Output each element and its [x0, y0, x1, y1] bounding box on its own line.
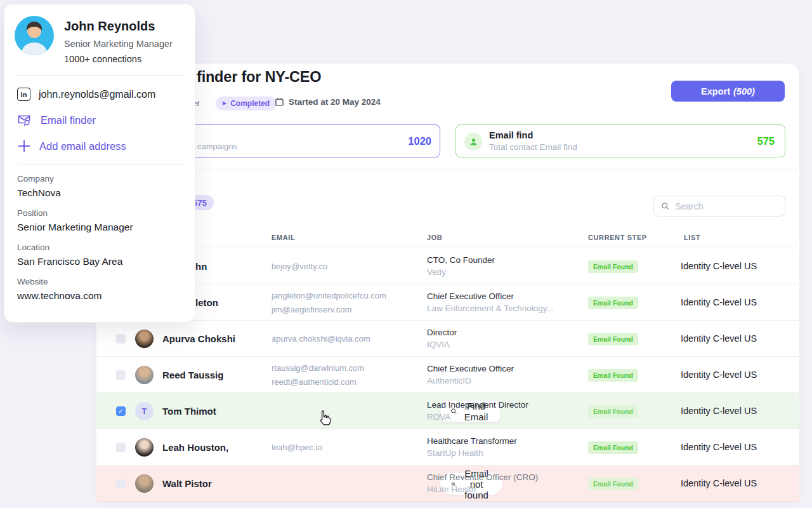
job-cell: Chief Revenue Officer (CRO) HiLite Healt…	[427, 465, 582, 501]
current-step-badge: Email Found	[588, 478, 638, 490]
company-value: TechNova	[17, 187, 185, 199]
current-step-badge: Email Found	[588, 333, 638, 345]
job-title: Director	[427, 328, 582, 337]
job-title: Chief Executive Officer	[427, 364, 582, 373]
avatar	[135, 438, 154, 457]
list-name: Identity C-level US	[681, 465, 757, 501]
table-row[interactable]: Reed Taussig rtaussig@darwinium.comreedt…	[96, 357, 799, 393]
current-step-badge: Email Found	[588, 297, 638, 309]
table-row[interactable]: ✓ T Tom Thimot Find Email	[96, 393, 799, 429]
list-name: Identity C-level US	[681, 284, 757, 320]
email-cell: Email not found	[272, 465, 421, 501]
avatar	[135, 330, 154, 348]
contact-email: rtaussig@darwinium.com	[272, 363, 421, 373]
profile-email: john.reynolds@gmail.com	[39, 89, 155, 100]
company-label: Company	[17, 174, 185, 184]
location-label: Location	[17, 243, 185, 252]
table-row[interactable]: leton jangleton@unitedpolicefcu.comjim@a…	[96, 284, 799, 321]
column-header-job: JOB	[427, 234, 442, 241]
table-row[interactable]: Apurva Chokshi apurva.chokshi@iqvia.com	[96, 321, 799, 357]
current-step-badge: Email Found	[588, 405, 638, 418]
list-name: Identity C-level US	[681, 393, 757, 429]
current-step-badge: Email Found	[588, 369, 638, 382]
search-box	[653, 196, 785, 217]
list-name: Identity C-level US	[681, 321, 757, 356]
contact-email: leah@hpec.io	[272, 443, 421, 452]
current-step-badge: Email Found	[588, 441, 638, 454]
row-checkbox[interactable]: ✓	[116, 406, 126, 416]
person-icon	[464, 133, 482, 150]
search-input[interactable]	[675, 201, 778, 211]
row-checkbox[interactable]	[116, 334, 126, 344]
email-finder-action[interactable]: Email finder	[17, 113, 185, 127]
page-title: finder for NY-CEO	[197, 69, 321, 86]
email-cell: rtaussig@darwinium.comreedt@authenticid.…	[272, 357, 421, 392]
status-badge-label: Completed	[230, 99, 270, 108]
row-checkbox[interactable]	[116, 443, 126, 452]
job-title: CTO, Co Founder	[427, 255, 582, 265]
export-count: (500)	[733, 86, 755, 97]
column-header-list: LIST	[684, 234, 700, 241]
contact-email: jangleton@unitedpolicefcu.com	[272, 291, 421, 300]
email-finder-label: Email finder	[41, 114, 96, 126]
job-company: Law Enforcement & Technology...	[427, 304, 582, 313]
started-date-label: Started at 20 May 2024	[289, 97, 381, 107]
email-find-subtitle: Total contact Email find	[489, 142, 577, 152]
job-title: Lead Independent Director	[427, 400, 582, 410]
table-row[interactable]: Walt Pistor Email not found Chie	[96, 465, 799, 502]
divider	[17, 75, 185, 76]
profile-popup: John Reynolds Senior Marketing Manager 1…	[4, 4, 195, 323]
email-cell: leah@hpec.io	[272, 429, 421, 465]
position-label: Position	[17, 208, 185, 218]
profile-name: John Reynolds	[64, 19, 173, 34]
avatar: T	[135, 402, 154, 420]
export-button[interactable]: Export (500)	[671, 81, 785, 102]
profile-avatar	[15, 16, 54, 55]
job-cell: Chief Executive Officer AuthenticID	[427, 357, 582, 392]
job-company: AuthenticID	[427, 376, 582, 385]
job-company: StartUp Health	[427, 448, 582, 458]
job-title: Chief Executive Officer	[427, 291, 582, 301]
contact-name: Apurva Chokshi	[162, 321, 235, 356]
avatar	[135, 366, 154, 384]
job-cell: CTO, Co Founder Vetty	[427, 248, 582, 284]
email-find-stat-card: Email find Total contact Email find 575	[455, 124, 785, 157]
campaigns-label-fragment: campaigns	[197, 142, 237, 151]
export-label: Export	[701, 86, 730, 97]
website-label: Website	[17, 277, 185, 286]
table-row[interactable]: hn bejoy@vetty.co CTO, Co Founde	[96, 248, 799, 284]
email-cell: bejoy@vetty.co	[272, 248, 421, 284]
table-header: EMAIL JOB CURRENT STEP LIST	[96, 229, 799, 248]
contact-name: Tom Thimot	[162, 393, 216, 429]
location-value: San Francisco Bay Area	[17, 256, 185, 267]
row-checkbox[interactable]	[116, 370, 126, 380]
profile-title: Senior Marketing Manager	[64, 39, 173, 49]
add-email-action[interactable]: Add email address	[17, 139, 185, 153]
email-finder-icon	[17, 113, 32, 127]
list-name: Identity C-level US	[681, 429, 757, 465]
job-company: HiLite Health	[427, 485, 582, 494]
email-cell: Find Email	[272, 393, 421, 429]
started-date: Started at 20 May 2024	[275, 97, 381, 107]
linkedin-icon[interactable]: in	[17, 88, 30, 101]
avatar	[135, 474, 154, 493]
website-value[interactable]: www.technova.com	[17, 290, 185, 302]
table-body: hn bejoy@vetty.co CTO, Co Founde	[96, 248, 799, 502]
job-cell: Lead Independent Director ROVA	[427, 393, 582, 429]
job-title: Healthcare Transformer	[427, 436, 582, 446]
plus-icon	[17, 139, 31, 153]
section-divider	[96, 170, 799, 170]
contact-email: apurva.chokshi@iqvia.com	[272, 334, 421, 344]
email-finder-panel: finder for NY-CEO er ▶ Completed Started…	[96, 64, 799, 502]
play-icon: ▶	[223, 101, 226, 106]
job-cell: Director IQVIA	[427, 321, 582, 356]
calendar-icon	[275, 97, 284, 107]
contact-name: Reed Taussig	[162, 357, 223, 392]
email-find-title: Email find	[489, 130, 533, 140]
contact-email: bejoy@vetty.co	[272, 262, 421, 271]
divider	[17, 164, 185, 164]
position-value: Senior Marketing Manager	[17, 222, 185, 233]
hand-cursor-icon	[317, 410, 332, 429]
row-checkbox[interactable]	[116, 479, 126, 488]
table-row[interactable]: Leah Houston, leah@hpec.io Healt	[96, 429, 799, 465]
